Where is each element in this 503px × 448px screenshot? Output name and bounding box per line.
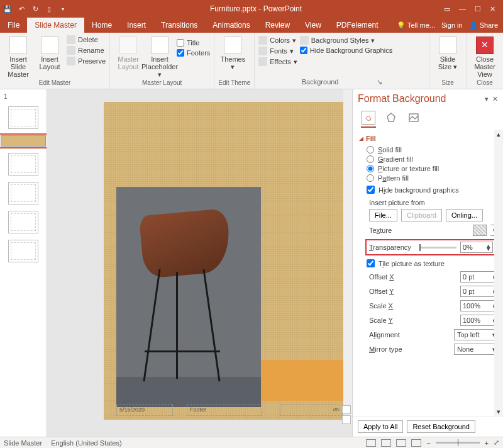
tab-file[interactable]: File — [0, 18, 27, 33]
delete-button[interactable]: Delete — [67, 35, 106, 44]
offsetx-spinner[interactable]: 0 pt▴▾ — [460, 271, 499, 283]
group-label: Size — [433, 79, 462, 87]
title-checkbox[interactable]: Title — [177, 39, 210, 47]
tab-view[interactable]: View — [297, 18, 329, 33]
pane-close-icon[interactable]: ✕ — [492, 95, 498, 103]
online-button[interactable]: Onling... — [446, 209, 483, 221]
sign-in[interactable]: Sign in — [441, 21, 463, 29]
sorter-view-button[interactable] — [381, 439, 391, 447]
solid-fill-radio[interactable]: Solid fill — [367, 146, 499, 154]
zoom-slider[interactable] — [436, 442, 480, 444]
transparency-spinner[interactable]: 0%▴▾ — [460, 242, 493, 253]
pattern-fill-radio[interactable]: Pattern fill — [367, 174, 499, 182]
hide-bg-checkbox[interactable]: Hide Background Graphics — [300, 47, 392, 54]
insert-layout-button[interactable]: Insert Layout — [35, 34, 64, 70]
layout-thumbnail-3[interactable] — [8, 182, 38, 204]
tab-review[interactable]: Review — [258, 18, 297, 33]
fill-tab-icon[interactable] — [362, 111, 375, 125]
maximize-icon[interactable]: ☐ — [475, 5, 481, 13]
scaley-spinner[interactable]: 100%▴▾ — [460, 315, 499, 326]
start-slideshow-icon[interactable]: ▯ — [44, 4, 54, 14]
slide-canvas[interactable]: 5/15/2020 Footer ‹#› — [47, 89, 352, 437]
effects-tab-icon[interactable] — [384, 111, 398, 125]
layout-thumbnail-1[interactable] — [1, 135, 46, 147]
reset-background-button[interactable]: Reset Background — [407, 420, 475, 433]
group-edit-master: Insert Slide Master Insert Layout Delete… — [0, 33, 110, 89]
picture-fill-radio[interactable]: Picture or texture fill — [367, 165, 499, 172]
insert-slide-master-button[interactable]: Insert Slide Master — [4, 34, 33, 78]
redo-icon[interactable]: ↻ — [30, 4, 40, 14]
slide[interactable]: 5/15/2020 Footer ‹#› — [104, 102, 352, 420]
apply-to-all-button[interactable]: Apply to All — [358, 420, 403, 433]
tab-slide-master[interactable]: Slide Master — [27, 18, 84, 33]
preserve-button[interactable]: Preserve — [67, 57, 106, 65]
gradient-fill-radio[interactable]: Gradient fill — [367, 155, 499, 163]
close-icon[interactable]: ✕ — [490, 5, 495, 13]
footers-checkbox[interactable]: Footers — [177, 49, 210, 57]
fit-to-window-button[interactable]: ⤢ — [494, 439, 499, 447]
zoom-in-button[interactable]: + — [485, 439, 489, 447]
save-icon[interactable]: 💾 — [3, 4, 13, 14]
prev-slide-button[interactable] — [342, 405, 351, 414]
master-thumbnail[interactable] — [8, 106, 38, 129]
colors-icon — [258, 36, 267, 45]
close-master-view-button[interactable]: ✕Close Master View — [470, 34, 499, 78]
group-size: Slide Size ▾ Size — [429, 33, 467, 89]
ribbon-options-icon[interactable]: ▭ — [444, 5, 450, 13]
undo-icon[interactable]: ↶ — [16, 4, 26, 14]
texture-swatch[interactable] — [473, 225, 487, 236]
next-slide-button[interactable] — [342, 415, 351, 424]
status-language[interactable]: English (United States) — [51, 439, 122, 447]
themes-button[interactable]: Themes ▾ — [218, 34, 247, 70]
mirror-select[interactable]: None▾ — [454, 344, 499, 355]
tab-pdfelement[interactable]: PDFelement — [329, 18, 386, 33]
slide-size-button[interactable]: Slide Size ▾ — [433, 34, 462, 70]
hide-bg-graphics-checkbox[interactable]: Hide background graphics — [367, 186, 499, 194]
offsety-label: Offset Y — [369, 288, 456, 295]
effects-dropdown[interactable]: Effects ▾ — [258, 57, 297, 66]
effects-icon — [258, 57, 267, 66]
tell-me[interactable]: 💡Tell me... — [397, 21, 435, 30]
share-button[interactable]: 👤Share — [469, 21, 498, 30]
group-label: Edit Theme — [218, 79, 250, 87]
offsety-spinner[interactable]: 0 pt▴▾ — [460, 286, 499, 297]
reading-view-button[interactable] — [396, 439, 406, 447]
tab-transitions[interactable]: Transitions — [153, 18, 205, 33]
dialog-launcher-icon[interactable]: ↘ — [377, 78, 382, 86]
fonts-dropdown[interactable]: Fonts ▾ — [258, 47, 297, 55]
alignment-select[interactable]: Top left▾ — [454, 329, 499, 340]
master-layout-button[interactable]: Master Layout — [114, 34, 143, 70]
tab-home[interactable]: Home — [84, 18, 119, 33]
slidenum-placeholder[interactable]: ‹#› — [280, 405, 343, 416]
pane-menu-icon[interactable]: ▾ — [485, 95, 489, 103]
window-title: Furniture.pptx - PowerPoint — [68, 4, 444, 13]
ribbon-tabs: File Slide Master Home Insert Transition… — [0, 18, 503, 33]
zoom-out-button[interactable]: − — [426, 439, 430, 447]
date-placeholder[interactable]: 5/15/2020 — [116, 405, 173, 416]
vertical-scrollbar[interactable] — [343, 89, 352, 424]
transparency-slider[interactable] — [419, 247, 456, 249]
tab-animations[interactable]: Animations — [205, 18, 257, 33]
insert-placeholder-button[interactable]: Insert Placeholder ▾ — [145, 34, 174, 78]
slideshow-view-button[interactable] — [411, 439, 421, 447]
file-button[interactable]: File... — [369, 209, 397, 221]
fill-section-header[interactable]: ◢Fill — [359, 135, 499, 142]
layout-thumbnail-5[interactable] — [8, 240, 38, 262]
transparency-label: Transparency — [369, 244, 416, 251]
tile-checkbox[interactable]: Tile picture as texture — [367, 259, 499, 267]
group-master-layout: Master Layout Insert Placeholder ▾ Title… — [110, 33, 214, 89]
qat-customize-icon[interactable]: ▾ — [58, 4, 68, 14]
minimize-icon[interactable]: — — [459, 5, 466, 13]
scalex-spinner[interactable]: 100%▴▾ — [460, 300, 499, 311]
rename-button[interactable]: Rename — [67, 46, 106, 55]
normal-view-button[interactable] — [366, 439, 376, 447]
background-styles-dropdown[interactable]: Background Styles ▾ — [300, 36, 392, 45]
layout-thumbnail-4[interactable] — [8, 211, 38, 233]
colors-dropdown[interactable]: Colors ▾ — [258, 36, 297, 45]
pane-scrollbar[interactable]: ▴▾ — [494, 130, 503, 416]
tab-insert[interactable]: Insert — [119, 18, 153, 33]
picture-tab-icon[interactable] — [407, 111, 421, 125]
footer-placeholder[interactable]: Footer — [187, 405, 262, 416]
title-bar: 💾 ↶ ↻ ▯ ▾ Furniture.pptx - PowerPoint ▭ … — [0, 0, 503, 18]
layout-thumbnail-2[interactable] — [8, 153, 38, 176]
